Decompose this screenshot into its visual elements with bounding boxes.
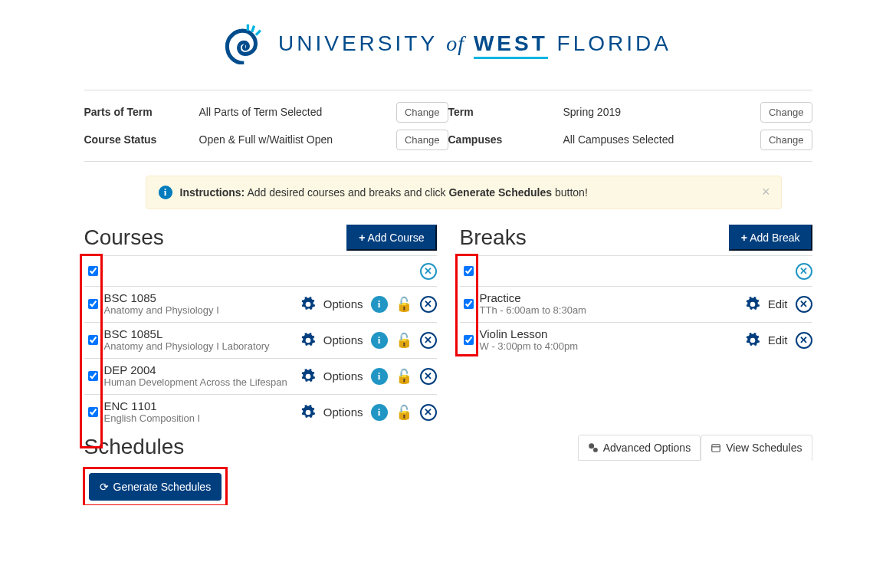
gear-icon[interactable] (745, 333, 760, 348)
break-time: TTh - 6:00am to 8:30am (480, 304, 745, 317)
course-checkbox[interactable] (88, 335, 98, 345)
wordmark: UNIVERSITY of WEST FLORIDA (278, 31, 671, 56)
break-name: Violin Lesson (480, 327, 745, 340)
edit-link[interactable]: Edit (768, 333, 788, 347)
break-time: W - 3:00pm to 4:00pm (480, 340, 745, 353)
plus-icon: + (741, 232, 747, 244)
svg-point-3 (589, 443, 594, 448)
course-desc: English Composition I (104, 412, 300, 425)
gears-icon (588, 442, 599, 453)
svg-point-4 (593, 448, 598, 452)
gear-icon[interactable] (300, 333, 316, 348)
break-checkbox[interactable] (464, 299, 474, 309)
course-status-change-button[interactable]: Change (396, 130, 448, 150)
course-row: DEP 2004 Human Development Across the Li… (84, 358, 437, 394)
remove-course-icon[interactable]: ✕ (420, 332, 437, 349)
instructions-alert: i Instructions: Add desired courses and … (146, 176, 782, 209)
lock-icon[interactable]: 🔓 (395, 296, 412, 313)
course-code: DEP 2004 (104, 363, 300, 376)
gear-icon[interactable] (300, 405, 316, 420)
clear-all-courses-icon[interactable]: ✕ (420, 263, 437, 280)
select-all-courses-checkbox[interactable] (88, 266, 98, 276)
parts-of-term-label: Parts of Term (84, 106, 199, 118)
annotation-highlight: ⟳ Generate Schedules (84, 468, 227, 505)
course-row: BSC 1085 Anatomy and Physiology I Option… (84, 286, 437, 322)
remove-course-icon[interactable]: ✕ (420, 368, 437, 385)
course-code: BSC 1085L (104, 327, 300, 340)
generate-schedules-button[interactable]: ⟳ Generate Schedules (89, 473, 222, 501)
gear-icon[interactable] (745, 297, 760, 312)
course-status-value: Open & Full w/Waitlist Open (199, 133, 396, 146)
schedules-title: Schedules (84, 435, 185, 459)
options-link[interactable]: Options (323, 297, 363, 310)
options-link[interactable]: Options (323, 370, 363, 383)
campuses-value: All Campuses Selected (563, 133, 760, 146)
nautilus-icon (225, 23, 266, 64)
break-row: Violin Lesson W - 3:00pm to 4:00pm Edit … (460, 322, 812, 358)
course-row: ENC 1101 English Composition I Options i… (84, 394, 437, 430)
info-icon[interactable]: i (371, 332, 388, 349)
term-change-button[interactable]: Change (760, 102, 812, 123)
svg-rect-1 (251, 25, 255, 32)
filters-bar: Parts of Term All Parts of Term Selected… (84, 90, 812, 162)
break-checkbox[interactable] (464, 335, 474, 345)
breaks-title: Breaks (460, 225, 527, 250)
plus-icon: + (359, 232, 365, 244)
info-icon[interactable]: i (371, 296, 388, 313)
remove-course-icon[interactable]: ✕ (420, 296, 437, 313)
instructions-text: Instructions: Add desired courses and br… (180, 186, 588, 199)
add-break-button[interactable]: + Add Break (729, 225, 812, 251)
parts-of-term-change-button[interactable]: Change (396, 102, 448, 123)
svg-rect-0 (247, 25, 249, 31)
gear-icon[interactable] (300, 297, 316, 312)
options-link[interactable]: Options (323, 406, 363, 419)
course-status-label: Course Status (84, 133, 199, 146)
lock-icon[interactable]: 🔓 (395, 368, 412, 385)
course-checkbox[interactable] (88, 371, 98, 381)
logo: UNIVERSITY of WEST FLORIDA (84, 8, 812, 90)
options-link[interactable]: Options (323, 333, 363, 347)
course-checkbox[interactable] (88, 407, 98, 417)
select-all-breaks-checkbox[interactable] (464, 266, 474, 276)
break-row: Practice TTh - 6:00am to 8:30am Edit ✕ (460, 286, 812, 322)
advanced-options-tab[interactable]: Advanced Options (578, 435, 701, 461)
course-desc: Anatomy and Physiology I Laboratory (104, 340, 300, 353)
term-value: Spring 2019 (563, 106, 760, 118)
calendar-icon (711, 442, 721, 453)
course-code: BSC 1085 (104, 291, 300, 304)
course-code: ENC 1101 (104, 399, 300, 412)
campuses-label: Campuses (448, 133, 563, 146)
close-icon[interactable]: × (762, 184, 770, 200)
parts-of-term-value: All Parts of Term Selected (199, 106, 396, 118)
remove-break-icon[interactable]: ✕ (796, 332, 812, 349)
gear-icon[interactable] (300, 369, 316, 384)
svg-rect-2 (255, 29, 261, 35)
info-icon[interactable]: i (371, 404, 388, 421)
remove-break-icon[interactable]: ✕ (796, 296, 812, 313)
info-icon: i (159, 186, 172, 199)
break-name: Practice (480, 291, 745, 304)
campuses-change-button[interactable]: Change (760, 130, 812, 150)
clear-all-breaks-icon[interactable]: ✕ (796, 263, 812, 280)
svg-rect-5 (712, 444, 720, 451)
add-course-button[interactable]: + Add Course (346, 225, 436, 251)
lock-icon[interactable]: 🔓 (395, 404, 412, 421)
remove-course-icon[interactable]: ✕ (420, 404, 437, 421)
courses-title: Courses (84, 225, 164, 250)
lock-icon[interactable]: 🔓 (395, 332, 412, 349)
course-row: BSC 1085L Anatomy and Physiology I Labor… (84, 322, 437, 358)
term-label: Term (448, 106, 563, 118)
course-checkbox[interactable] (88, 299, 98, 309)
course-desc: Anatomy and Physiology I (104, 304, 300, 317)
info-icon[interactable]: i (371, 368, 388, 385)
view-schedules-tab[interactable]: View Schedules (701, 435, 812, 461)
course-desc: Human Development Across the Lifespan (104, 376, 300, 389)
edit-link[interactable]: Edit (768, 297, 788, 310)
refresh-icon: ⟳ (100, 481, 109, 493)
